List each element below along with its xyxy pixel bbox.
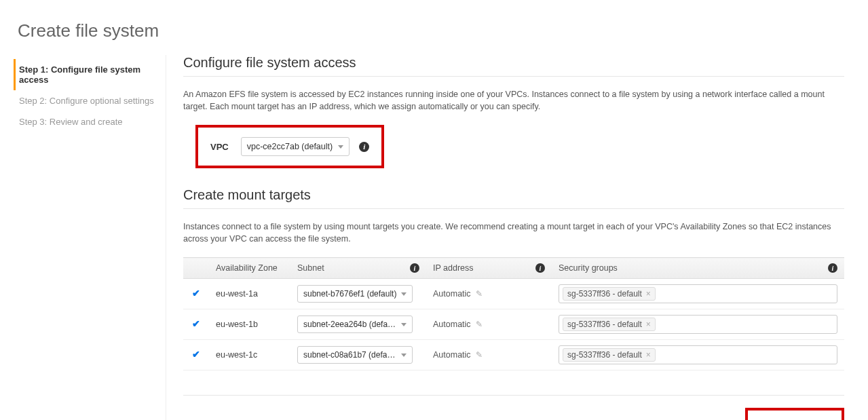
vpc-label: VPC: [210, 142, 229, 152]
ip-value: Automatic: [433, 320, 471, 329]
subnet-value: subnet-c08a61b7 (default): [303, 350, 397, 360]
chevron-down-icon: [401, 354, 407, 357]
pencil-icon[interactable]: ✎: [476, 289, 483, 299]
table-row: ✔ eu-west-1b subnet-2eea264b (default) A…: [183, 309, 844, 340]
row-checkbox[interactable]: ✔: [192, 350, 201, 359]
section-heading-mount: Create mount targets: [183, 187, 844, 203]
security-group-label: sg-5337ff36 - default: [567, 289, 642, 299]
ip-value: Automatic: [433, 289, 471, 299]
vpc-select-value: vpc-ce2cc7ab (default): [247, 142, 333, 151]
subnet-value: subnet-b7676ef1 (default): [303, 289, 397, 299]
mount-description: Instances connect to a file system by us…: [183, 221, 844, 245]
configure-description: An Amazon EFS file system is accessed by…: [183, 89, 844, 113]
step-review-create[interactable]: Step 3: Review and create: [14, 111, 166, 132]
info-icon[interactable]: i: [410, 263, 419, 273]
col-header-check: [183, 258, 209, 279]
next-highlight: Next Step: [745, 408, 844, 420]
section-heading-configure: Configure file system access: [183, 55, 844, 71]
subnet-select[interactable]: subnet-c08a61b7 (default): [297, 346, 413, 364]
col-header-ip-label: IP address: [433, 263, 474, 273]
step-optional-settings[interactable]: Step 2: Configure optional settings: [14, 90, 166, 111]
row-checkbox[interactable]: ✔: [192, 320, 201, 328]
page-title: Create file system: [18, 20, 851, 41]
col-header-sg: Security groups i: [552, 258, 844, 279]
security-group-tag: sg-5337ff36 - default ×: [563, 318, 656, 331]
step-configure-access[interactable]: Step 1: Configure file system access: [14, 59, 166, 90]
table-row: ✔ eu-west-1c subnet-c08a61b7 (default) A…: [183, 340, 844, 370]
ip-value: Automatic: [433, 350, 471, 360]
wizard-footer: Cancel Next Step: [183, 395, 844, 420]
security-groups-input[interactable]: sg-5337ff36 - default ×: [559, 284, 837, 303]
vpc-select[interactable]: vpc-ce2cc7ab (default): [241, 137, 350, 156]
remove-tag-icon[interactable]: ×: [646, 289, 651, 299]
security-group-tag: sg-5337ff36 - default ×: [563, 287, 656, 301]
cell-az: eu-west-1a: [209, 279, 290, 309]
chevron-down-icon: [338, 145, 343, 149]
security-groups-input[interactable]: sg-5337ff36 - default ×: [559, 345, 837, 364]
remove-tag-icon[interactable]: ×: [646, 320, 651, 329]
chevron-down-icon: [401, 323, 407, 326]
subnet-select[interactable]: subnet-2eea264b (default): [297, 316, 413, 333]
security-groups-input[interactable]: sg-5337ff36 - default ×: [559, 315, 837, 334]
row-checkbox[interactable]: ✔: [192, 289, 201, 298]
pencil-icon[interactable]: ✎: [476, 350, 483, 360]
cell-az: eu-west-1c: [209, 340, 290, 370]
security-group-label: sg-5337ff36 - default: [567, 350, 642, 360]
mount-targets-table: Availability Zone Subnet i IP address i …: [183, 257, 844, 370]
remove-tag-icon[interactable]: ×: [646, 350, 651, 360]
col-header-sg-label: Security groups: [559, 263, 618, 273]
table-row: ✔ eu-west-1a subnet-b7676ef1 (default) A…: [183, 279, 844, 309]
col-header-subnet: Subnet i: [290, 258, 426, 279]
security-group-label: sg-5337ff36 - default: [567, 320, 642, 329]
cell-az: eu-west-1b: [209, 309, 290, 340]
chevron-down-icon: [401, 292, 407, 296]
subnet-select[interactable]: subnet-b7676ef1 (default): [297, 285, 413, 303]
info-icon[interactable]: i: [828, 263, 837, 273]
col-header-ip: IP address i: [426, 258, 552, 279]
wizard-sidebar: Step 1: Configure file system access Ste…: [14, 55, 166, 420]
security-group-tag: sg-5337ff36 - default ×: [563, 348, 656, 362]
col-header-subnet-label: Subnet: [297, 263, 324, 273]
info-icon[interactable]: i: [359, 142, 369, 152]
col-header-az: Availability Zone: [209, 258, 290, 279]
vpc-highlight: VPC vpc-ce2cc7ab (default) i: [195, 125, 384, 168]
subnet-value: subnet-2eea264b (default): [303, 320, 397, 329]
info-icon[interactable]: i: [535, 263, 545, 273]
pencil-icon[interactable]: ✎: [476, 320, 483, 329]
